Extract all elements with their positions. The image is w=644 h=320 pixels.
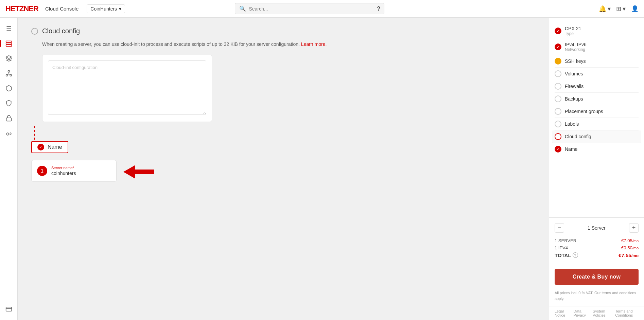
sidebar-item-network[interactable]	[2, 67, 16, 80]
sidebar-item-firewalls[interactable]	[2, 96, 16, 110]
cloud-config-section: Cloud config When creating a server, you…	[31, 24, 535, 122]
summary-item-firewalls[interactable]: Firewalls	[555, 80, 639, 93]
left-arrow-icon	[123, 163, 154, 180]
summary-text-cloudconfig: Cloud config	[565, 134, 591, 139]
cloud-init-textarea[interactable]	[48, 60, 206, 115]
sidebar-item-loadbalancers[interactable]	[2, 52, 16, 65]
server-name-card: 1 Server name*	[31, 160, 117, 182]
summary-text-firewalls: Firewalls	[565, 84, 584, 89]
cloud-config-radio[interactable]	[31, 28, 38, 35]
svg-point-10	[6, 133, 9, 135]
check-icon-type: ✓	[555, 28, 561, 34]
search-input[interactable]	[249, 6, 374, 12]
create-buy-button[interactable]: Create & Buy now	[555, 269, 639, 285]
summary-item-volumes[interactable]: Volumes	[555, 68, 639, 80]
summary-item-labels[interactable]: Labels	[555, 118, 639, 130]
summary-text-name: Name	[565, 146, 577, 152]
data-privacy-link[interactable]: Data Privacy	[574, 309, 587, 317]
ipv4-price-label: 1 IPV4	[555, 245, 568, 250]
apps-button[interactable]: ⊞ ▾	[616, 5, 626, 13]
project-selector[interactable]: CoinHunters ▾	[87, 4, 125, 13]
create-button-wrapper: Create & Buy now	[549, 269, 644, 287]
sidebar-bottom	[2, 302, 16, 316]
server-name-area: 1 Server name*	[31, 160, 535, 182]
server-price-row: 1 SERVER €7.05/mo	[555, 238, 639, 243]
user-button[interactable]: 👤	[631, 5, 639, 13]
cloud-init-card	[42, 55, 212, 122]
sidebar-item-servers[interactable]	[2, 37, 16, 50]
app-body: ☰ C	[0, 18, 644, 320]
svg-rect-9	[6, 118, 11, 121]
server-name-label: Server name*	[51, 166, 111, 170]
name-section-header: ✓ Name	[31, 141, 535, 153]
summary-text-placement: Placement groups	[565, 109, 603, 114]
server-name-input[interactable]	[51, 171, 111, 176]
total-row: TOTAL ? €7.55/mo	[555, 252, 639, 258]
name-section: ✓ Name 1 Server name*	[31, 141, 535, 182]
check-icon-networking: ✓	[555, 43, 561, 50]
app-title: Cloud Console	[45, 6, 79, 12]
summary-text-backups: Backups	[565, 96, 583, 102]
sidebar-item-floatingips[interactable]	[2, 111, 16, 125]
empty-icon-volumes	[555, 70, 561, 77]
cloud-config-description: When creating a server, you can use clou…	[42, 40, 535, 48]
warn-icon-ssh: !	[555, 58, 561, 65]
summary-item-cloudconfig[interactable]: Cloud config	[552, 130, 641, 143]
summary-text-type: CPX 21 Type	[565, 26, 581, 36]
chevron-down-icon: ▾	[119, 6, 121, 12]
project-name: CoinHunters	[90, 6, 117, 12]
empty-icon-backups	[555, 95, 561, 102]
legal-notice-link[interactable]: Legal Notice	[555, 309, 568, 317]
ipv4-price-value: €0.50/mo	[621, 245, 639, 250]
system-policies-link[interactable]: System Policies	[593, 309, 610, 317]
server-name-field: Server name*	[51, 166, 111, 176]
summary-item-name[interactable]: ✓ Name	[555, 143, 639, 155]
learn-more-link[interactable]: Learn more.	[301, 41, 327, 47]
summary-item-networking[interactable]: ✓ IPv4, IPv6 Networking	[555, 39, 639, 55]
summary-text-ssh: SSH keys	[565, 58, 586, 64]
sidebar-item-sshkeys[interactable]	[2, 126, 16, 140]
search-bar[interactable]: 🔍 ?	[235, 3, 384, 14]
terms-conditions-link[interactable]: Terms and Conditions	[615, 309, 639, 317]
name-section-title: Name	[48, 144, 62, 150]
main-content: Cloud config When creating a server, you…	[18, 18, 549, 320]
check-icon-name: ✓	[555, 146, 561, 153]
arrow-annotation	[123, 160, 154, 180]
summary-item-ssh[interactable]: ! SSH keys	[555, 55, 639, 68]
svg-point-3	[8, 71, 10, 72]
sidebar-item-billing[interactable]	[2, 302, 16, 316]
dashed-divider	[34, 126, 535, 140]
decrease-server-count[interactable]: −	[555, 223, 564, 233]
step-number: 1	[37, 166, 47, 176]
summary-item-placement[interactable]: Placement groups	[555, 105, 639, 118]
total-help-icon[interactable]: ?	[573, 252, 578, 258]
server-price-label: 1 SERVER	[555, 238, 576, 243]
increase-server-count[interactable]: +	[629, 223, 639, 233]
svg-rect-2	[6, 45, 12, 46]
right-panel: ✓ CPX 21 Type ✓ IPv4, IPv6 Networking ! …	[549, 18, 644, 320]
required-marker: *	[73, 166, 74, 170]
summary-text-labels: Labels	[565, 121, 579, 127]
sidebar-item-menu[interactable]: ☰	[2, 22, 16, 35]
navbar: HETZNER Cloud Console CoinHunters ▾ 🔍 ? …	[0, 0, 644, 18]
search-icon: 🔍	[239, 5, 246, 12]
chevron-down-icon: ▾	[608, 5, 611, 13]
summary-list: ✓ CPX 21 Type ✓ IPv4, IPv6 Networking ! …	[549, 18, 644, 217]
summary-item-backups[interactable]: Backups	[555, 93, 639, 105]
svg-rect-12	[6, 307, 12, 311]
svg-rect-1	[6, 43, 12, 44]
help-shortcut: ?	[377, 6, 380, 12]
server-count-row: − 1 Server +	[555, 223, 639, 233]
navbar-right: 🔔 ▾ ⊞ ▾ 👤	[599, 5, 639, 13]
terms-link[interactable]: terms and conditions	[602, 291, 636, 295]
sidebar-item-volumes[interactable]	[2, 82, 16, 95]
name-check-icon: ✓	[37, 144, 44, 150]
summary-item-type[interactable]: ✓ CPX 21 Type	[555, 23, 639, 39]
vat-notice: All prices incl. 0 % VAT. Our terms and …	[549, 287, 644, 306]
total-label: TOTAL ?	[555, 252, 578, 258]
svg-line-8	[9, 74, 11, 75]
notifications-button[interactable]: 🔔 ▾	[599, 5, 611, 13]
hetzner-logo: HETZNER	[5, 4, 38, 13]
summary-text-networking: IPv4, IPv6 Networking	[565, 42, 587, 52]
total-value: €7.55/mo	[619, 252, 639, 258]
